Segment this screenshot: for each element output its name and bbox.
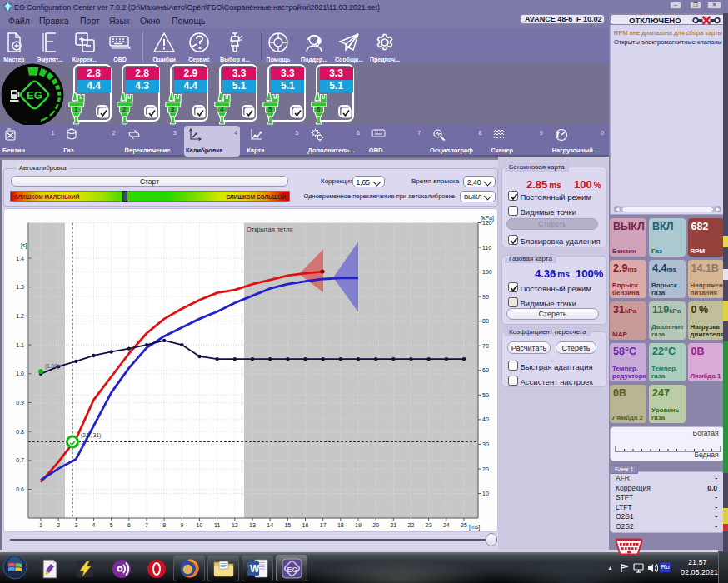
svg-text:0.6: 0.6 xyxy=(16,486,24,492)
svg-text:13: 13 xyxy=(249,522,256,528)
svg-text:20: 20 xyxy=(372,522,379,528)
svg-text:2: 2 xyxy=(122,106,127,113)
svg-text:Открытая петля: Открытая петля xyxy=(247,226,292,233)
svg-text:90: 90 xyxy=(482,294,489,300)
svg-text:22: 22 xyxy=(408,522,415,528)
svg-text:1: 1 xyxy=(39,522,42,528)
svg-text:[kPa]: [kPa] xyxy=(481,215,494,222)
svg-text:2: 2 xyxy=(57,522,60,528)
svg-text:5: 5 xyxy=(110,522,113,528)
svg-text:10: 10 xyxy=(482,491,489,496)
svg-text:1: 1 xyxy=(74,106,78,113)
svg-text:1.1: 1.1 xyxy=(16,342,24,348)
svg-text:1.4: 1.4 xyxy=(16,256,24,262)
svg-text:23: 23 xyxy=(426,522,432,528)
svg-text:(2.8, 31): (2.8, 31) xyxy=(81,432,101,439)
svg-text:12: 12 xyxy=(232,522,238,528)
svg-text:4: 4 xyxy=(220,106,224,113)
svg-text:7: 7 xyxy=(145,522,148,528)
svg-text:16: 16 xyxy=(302,522,309,528)
svg-text:(1.00): (1.00) xyxy=(45,363,59,370)
svg-text:18: 18 xyxy=(337,522,344,528)
svg-text:8: 8 xyxy=(162,522,166,528)
svg-text:20: 20 xyxy=(482,466,489,472)
svg-text:60: 60 xyxy=(482,367,489,373)
svg-text:6: 6 xyxy=(127,522,131,528)
svg-text:80: 80 xyxy=(482,318,489,324)
svg-text:0.8: 0.8 xyxy=(16,429,24,435)
svg-text:EG: EG xyxy=(287,566,298,574)
svg-text:17: 17 xyxy=(320,522,327,528)
svg-text:1.2: 1.2 xyxy=(16,313,24,319)
svg-text:[s]: [s] xyxy=(21,242,27,249)
svg-text:25: 25 xyxy=(461,522,467,528)
svg-text:W: W xyxy=(250,563,260,575)
svg-text:6: 6 xyxy=(317,106,321,113)
svg-text:9: 9 xyxy=(180,522,183,528)
svg-text:4: 4 xyxy=(92,522,96,528)
svg-text:70: 70 xyxy=(482,343,489,349)
svg-text:40: 40 xyxy=(482,416,489,422)
svg-text:3: 3 xyxy=(171,106,175,113)
svg-text:100: 100 xyxy=(482,269,492,275)
svg-text:0.9: 0.9 xyxy=(16,400,24,406)
svg-text:120: 120 xyxy=(482,220,492,226)
svg-text:EG: EG xyxy=(27,89,42,102)
svg-text:[ms]: [ms] xyxy=(469,524,480,531)
svg-text:14: 14 xyxy=(267,522,273,528)
svg-text:24: 24 xyxy=(443,522,450,528)
svg-text:19: 19 xyxy=(355,522,362,528)
svg-text:5: 5 xyxy=(268,106,272,113)
svg-text:0.7: 0.7 xyxy=(16,457,24,463)
svg-text:110: 110 xyxy=(482,245,491,251)
svg-text:21: 21 xyxy=(390,522,396,528)
svg-text:11: 11 xyxy=(214,522,220,528)
svg-text:3: 3 xyxy=(74,522,77,528)
svg-text:1.0: 1.0 xyxy=(16,371,24,376)
svg-text:15: 15 xyxy=(284,522,291,528)
svg-text:30: 30 xyxy=(482,441,489,447)
svg-text:50: 50 xyxy=(482,392,489,398)
svg-text:1.3: 1.3 xyxy=(16,284,24,290)
svg-text:10: 10 xyxy=(197,522,203,528)
